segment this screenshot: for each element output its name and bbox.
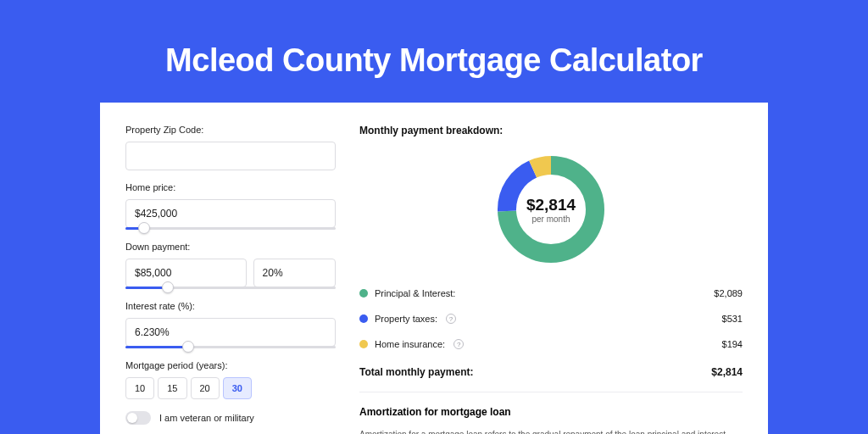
interest-rate-label: Interest rate (%): [125, 301, 336, 311]
veteran-toggle[interactable] [125, 411, 151, 425]
legend-label: Property taxes: [375, 314, 437, 324]
slider-thumb-icon[interactable] [162, 281, 174, 293]
amortization-section: Amortization for mortgage loan Amortizat… [359, 392, 743, 434]
period-option-30[interactable]: 30 [223, 377, 252, 399]
amortization-text: Amortization for a mortgage loan refers … [359, 428, 743, 434]
breakdown-panel: Monthly payment breakdown: $2,814 per mo… [359, 125, 743, 434]
legend-principal: Principal & Interest: $2,089 [359, 281, 743, 306]
donut-chart: $2,814 per month [495, 153, 607, 265]
breakdown-title: Monthly payment breakdown: [359, 125, 743, 136]
down-payment-label: Down payment: [125, 242, 336, 252]
period-option-15[interactable]: 15 [158, 377, 186, 399]
veteran-label: I am veteran or military [159, 413, 254, 423]
info-icon[interactable]: ? [446, 314, 456, 324]
legend-insurance: Home insurance: ? $194 [359, 331, 743, 357]
amortization-title: Amortization for mortgage loan [359, 406, 743, 418]
total-value: $2,814 [711, 366, 743, 378]
home-price-slider[interactable] [125, 227, 336, 230]
interest-rate-input[interactable] [125, 318, 336, 347]
down-payment-input[interactable] [125, 259, 247, 287]
period-option-20[interactable]: 20 [191, 377, 220, 399]
period-option-10[interactable]: 10 [125, 377, 154, 399]
donut-subtext: per month [531, 214, 570, 224]
legend-label: Principal & Interest: [375, 288, 455, 298]
slider-thumb-icon[interactable] [182, 341, 194, 353]
home-price-input[interactable] [125, 199, 336, 228]
form-panel: Property Zip Code: Home price: Down paym… [125, 125, 336, 434]
down-payment-pct-input[interactable] [253, 259, 336, 287]
zip-input[interactable] [125, 142, 336, 170]
dot-icon [359, 289, 368, 298]
legend-value: $2,089 [714, 288, 743, 298]
legend-value: $194 [722, 339, 743, 349]
legend-label: Home insurance: [375, 339, 445, 349]
dot-icon [359, 340, 368, 348]
donut-amount: $2,814 [526, 196, 576, 214]
calculator-card: Property Zip Code: Home price: Down paym… [100, 103, 768, 434]
home-price-label: Home price: [125, 182, 336, 192]
total-label: Total monthly payment: [359, 366, 473, 378]
down-payment-slider[interactable] [125, 287, 336, 289]
info-icon[interactable]: ? [453, 339, 464, 349]
legend-value: $531 [722, 314, 743, 324]
dot-icon [359, 314, 368, 323]
page-title: Mcleod County Mortgage Calculator [0, 42, 868, 79]
period-label: Mortgage period (years): [125, 360, 336, 370]
slider-thumb-icon[interactable] [138, 222, 150, 234]
period-segmented: 10 15 20 30 [125, 377, 336, 399]
zip-label: Property Zip Code: [125, 125, 336, 135]
legend-taxes: Property taxes: ? $531 [359, 306, 743, 331]
interest-rate-slider[interactable] [125, 346, 336, 348]
